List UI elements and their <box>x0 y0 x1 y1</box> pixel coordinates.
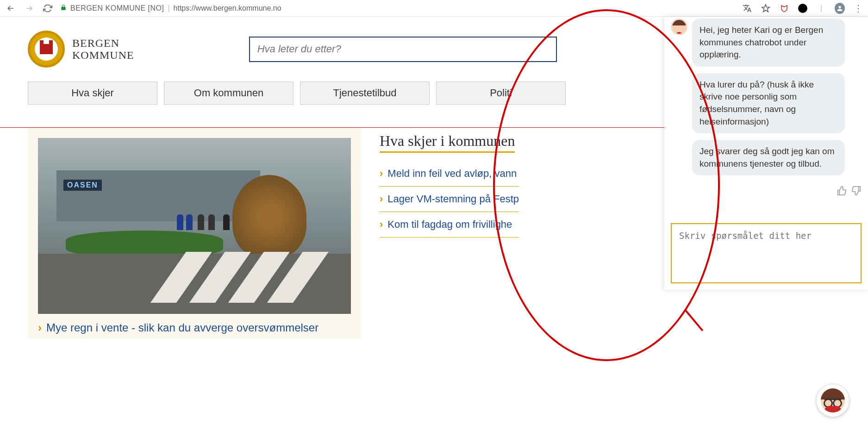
chat-bubble: Hei, jeg heter Kari og er Bergen kommune… <box>692 19 845 67</box>
back-button[interactable] <box>5 2 17 14</box>
chat-input-box[interactable]: 0 / 110 <box>671 223 862 283</box>
url-text: https://www.bergen.kommune.no <box>174 4 281 12</box>
hero-link[interactable]: › Mye regn i vente - slik kan du avverge… <box>38 321 351 334</box>
chat-bubble: Hva lurer du på? (husk å ikke skrive noe… <box>692 73 845 133</box>
url-separator: | <box>168 4 169 12</box>
translate-icon[interactable] <box>742 3 752 13</box>
news-link[interactable]: › Kom til fagdag om frivillighe <box>380 212 519 237</box>
logo-line1: BERGEN <box>72 37 134 49</box>
logo-line2: KOMMUNE <box>72 49 134 61</box>
extension-dot-icon[interactable] <box>798 3 808 13</box>
news-link-text: Lager VM-stemning på Festp <box>387 193 519 205</box>
forward-button[interactable] <box>23 2 35 14</box>
search-input[interactable] <box>257 43 549 55</box>
browser-toolbar: BERGEN KOMMUNE [NO] | https://www.bergen… <box>0 0 868 17</box>
search-box[interactable] <box>249 37 557 62</box>
nav-tab-hva-skjer[interactable]: Hva skjer <box>28 81 157 105</box>
thumbs-down-icon[interactable] <box>851 186 862 199</box>
chatbot-panel: Hei, jeg heter Kari og er Bergen kommune… <box>664 17 868 290</box>
lock-icon <box>60 4 67 12</box>
svg-point-0 <box>838 6 841 8</box>
hero-sign: OASEN <box>63 180 102 191</box>
news-link-list: › Meld inn feil ved avløp, vann › Lager … <box>380 161 519 237</box>
nav-tab-politi[interactable]: Politi <box>436 81 566 105</box>
logo-text: BERGEN KOMMUNE <box>72 37 134 62</box>
news-heading: Hva skjer i kommunen <box>380 132 515 153</box>
seal-icon <box>28 31 65 68</box>
hero-link-text: Mye regn i vente - slik kan du avverge o… <box>46 321 318 334</box>
hero-image: OASEN <box>38 138 351 314</box>
chatbot-fab[interactable] <box>816 384 849 417</box>
news-link-text: Kom til fagdag om frivillighe <box>387 219 512 231</box>
news-link-text: Meld inn feil ved avløp, vann <box>387 168 517 180</box>
nav-tab-om-kommunen[interactable]: Om kommunen <box>164 81 293 105</box>
thumbs-up-icon[interactable] <box>837 186 847 199</box>
address-bar[interactable]: BERGEN KOMMUNE [NO] | https://www.bergen… <box>60 4 281 12</box>
feedback-row <box>671 186 862 199</box>
reload-button[interactable] <box>42 2 54 14</box>
toolbar-divider: | <box>816 3 826 13</box>
site-identity: BERGEN KOMMUNE [NO] <box>70 4 164 12</box>
chevron-right-icon: › <box>38 321 42 334</box>
site-logo[interactable]: BERGEN KOMMUNE <box>28 31 134 68</box>
news-sidebar: Hva skjer i kommunen › Meld inn feil ved… <box>380 128 519 339</box>
hero-card: OASEN › Mye regn i vente - slik kan du a… <box>28 128 361 339</box>
chevron-right-icon: › <box>380 193 383 205</box>
bot-avatar-icon <box>671 19 687 35</box>
extension-mcafee-icon[interactable] <box>779 3 789 13</box>
chevron-right-icon: › <box>380 168 383 180</box>
chevron-right-icon: › <box>380 219 383 231</box>
chat-bubble: Jeg svarer deg så godt jeg kan om kommun… <box>692 140 845 175</box>
bot-face-icon <box>821 388 845 412</box>
account-icon[interactable] <box>835 3 845 13</box>
nav-tab-tjenestetilbud[interactable]: Tjenestetilbud <box>300 81 430 105</box>
star-icon[interactable] <box>761 3 771 13</box>
news-link[interactable]: › Meld inn feil ved avløp, vann <box>380 161 519 187</box>
news-link[interactable]: › Lager VM-stemning på Festp <box>380 187 519 212</box>
chat-input[interactable] <box>679 231 853 276</box>
browser-menu-icon[interactable]: ⋮ <box>853 3 863 13</box>
chat-message-row: Hei, jeg heter Kari og er Bergen kommune… <box>671 19 862 67</box>
chat-messages: Hei, jeg heter Kari og er Bergen kommune… <box>671 19 862 199</box>
